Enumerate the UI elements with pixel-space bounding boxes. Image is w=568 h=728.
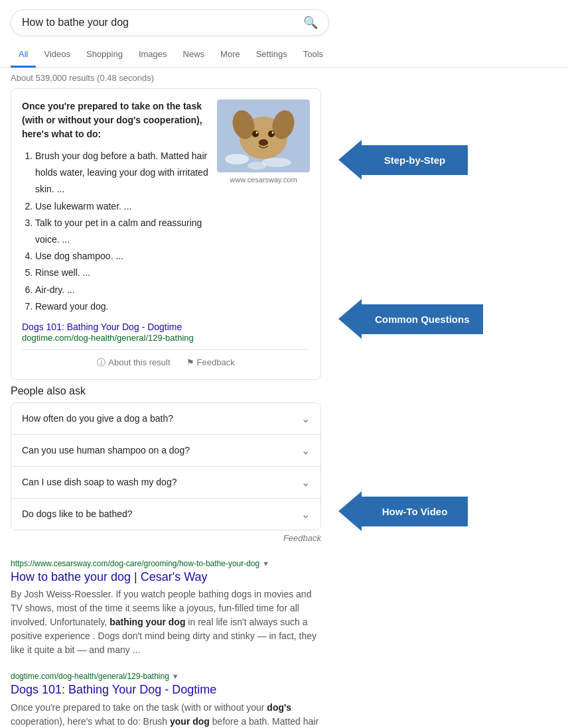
search-bar: 🔍 — [11, 9, 329, 36]
chevron-down-icon: ⌄ — [301, 444, 310, 457]
snippet-url: dogtime.com/dog-health/general/129-bathi… — [22, 333, 194, 343]
flag-icon: ⚑ — [186, 357, 194, 367]
annotations-column: Step-by-Step Common Questions How-To Vid… — [332, 88, 568, 728]
snippet-step-7: Reward your dog. — [35, 298, 209, 315]
paa-feedback[interactable]: Feedback — [11, 530, 321, 548]
snippet-step-4: Use dog shampoo. ... — [35, 248, 209, 265]
how-to-video-label: How-To Video — [362, 497, 468, 526]
nav-tabs: All Videos Shopping Images News More Set… — [0, 42, 568, 68]
result-url-1: dogtime.com/dog-health/general/129-bathi… — [11, 672, 169, 681]
snippet-footer: ⓘ About this result ⚑ Feedback — [22, 349, 310, 369]
paa-box: How often do you give a dog a bath? ⌄ Ca… — [11, 402, 321, 530]
paa-item-1[interactable]: Can you use human shampoo on a dog? ⌄ — [11, 435, 320, 467]
main-layout: Once you're prepared to take on the task… — [0, 88, 568, 728]
paa-item-2[interactable]: Can I use dish soap to wash my dog? ⌄ — [11, 467, 320, 499]
snippet-step-3: Talk to your pet in a calm and reassurin… — [35, 215, 209, 248]
paa-question-3: Do dogs like to be bathed? — [22, 509, 133, 519]
step-by-step-arrow: Step-by-Step — [338, 140, 561, 180]
about-result-label: About this result — [108, 357, 170, 367]
how-to-video-arrow-pointer — [338, 491, 362, 531]
svg-point-9 — [225, 154, 249, 164]
svg-point-5 — [268, 131, 275, 137]
common-questions-arrow: Common Questions — [338, 299, 561, 339]
result-desc-1: Once you're prepared to take on the task… — [11, 701, 321, 728]
info-icon: ⓘ — [97, 357, 106, 369]
result-url-0: https://www.cesarsway.com/dog-care/groom… — [11, 559, 259, 568]
result-url-line-0: https://www.cesarsway.com/dog-care/groom… — [11, 559, 321, 568]
snippet-content: Once you're prepared to take on the task… — [22, 99, 310, 315]
step-by-step-annotation: Step-by-Step — [338, 140, 561, 180]
paa-item-3[interactable]: Do dogs like to be bathed? ⌄ — [11, 499, 320, 530]
search-result-0: https://www.cesarsway.com/dog-care/groom… — [11, 559, 321, 657]
dog-image — [217, 99, 310, 172]
tab-settings[interactable]: Settings — [248, 42, 295, 68]
paa-question-1: Can you use human shampoo on a dog? — [22, 445, 190, 455]
snippet-step-5: Rinse well. ... — [35, 265, 209, 281]
chevron-down-icon: ⌄ — [301, 508, 310, 520]
tab-videos[interactable]: Videos — [36, 42, 78, 68]
result-title-1[interactable]: Dogs 101: Bathing Your Dog - Dogtime — [11, 682, 321, 698]
snippet-image-caption: www.cesarsway.com — [217, 176, 310, 184]
search-icon[interactable]: 🔍 — [303, 15, 318, 30]
dropdown-icon-0[interactable]: ▼ — [262, 560, 269, 568]
how-to-video-arrow: How-To Video — [338, 491, 561, 531]
tab-tools[interactable]: Tools — [295, 42, 331, 68]
snippet-text: Once you're prepared to take on the task… — [22, 99, 209, 315]
paa-item-0[interactable]: How often do you give a dog a bath? ⌄ — [11, 403, 320, 435]
tab-news[interactable]: News — [175, 42, 213, 68]
results-count: About 539,000 results (0.48 seconds) — [0, 68, 568, 88]
tab-images[interactable]: Images — [131, 42, 175, 68]
paa-question-2: Can I use dish soap to wash my dog? — [22, 477, 177, 487]
snippet-heading: Once you're prepared to take on the task… — [22, 99, 209, 141]
snippet-step-2: Use lukewarm water. ... — [35, 198, 209, 215]
svg-point-6 — [256, 132, 258, 134]
step-by-step-label: Step-by-Step — [362, 145, 468, 175]
svg-point-4 — [252, 131, 259, 137]
search-bar-container: 🔍 — [0, 0, 568, 36]
snippet-steps: Brush your dog before a bath. Matted hai… — [22, 148, 209, 315]
paa-question-0: How often do you give a dog a bath? — [22, 413, 173, 424]
step-by-step-arrow-pointer — [338, 140, 362, 180]
paa-title: People also ask — [11, 385, 321, 397]
dropdown-icon-1[interactable]: ▼ — [172, 672, 179, 680]
common-questions-annotation: Common Questions — [338, 299, 561, 339]
tab-more[interactable]: More — [212, 42, 248, 68]
common-questions-arrow-pointer — [338, 299, 362, 339]
svg-point-8 — [259, 139, 268, 146]
result-desc-0: By Josh Weiss-Roessler. If you watch peo… — [11, 587, 321, 657]
svg-point-11 — [248, 162, 266, 170]
feedback-button[interactable]: ⚑ Feedback — [186, 357, 235, 367]
tab-shopping[interactable]: Shopping — [78, 42, 131, 68]
search-input[interactable] — [22, 17, 303, 29]
svg-point-10 — [262, 158, 291, 167]
snippet-source-link[interactable]: Dogs 101: Bathing Your Dog - Dogtime — [22, 322, 310, 332]
people-also-ask: People also ask How often do you give a … — [11, 385, 321, 548]
snippet-step-1: Brush your dog before a bath. Matted hai… — [35, 148, 209, 198]
tab-all[interactable]: All — [11, 42, 36, 68]
common-questions-label: Common Questions — [362, 304, 483, 334]
featured-snippet: Once you're prepared to take on the task… — [11, 88, 321, 380]
result-url-line-1: dogtime.com/dog-health/general/129-bathi… — [11, 672, 321, 681]
how-to-video-annotation: How-To Video — [338, 491, 561, 531]
feedback-label: Feedback — [197, 357, 235, 367]
results-column: Once you're prepared to take on the task… — [0, 88, 332, 728]
svg-point-7 — [272, 132, 274, 134]
result-title-0[interactable]: How to bathe your dog | Cesar's Way — [11, 570, 321, 585]
search-result-1: dogtime.com/dog-health/general/129-bathi… — [11, 672, 321, 728]
about-result-button[interactable]: ⓘ About this result — [97, 357, 170, 369]
chevron-down-icon: ⌄ — [301, 412, 310, 425]
snippet-step-6: Air-dry. ... — [35, 282, 209, 298]
snippet-image-container: www.cesarsway.com — [217, 99, 310, 315]
chevron-down-icon: ⌄ — [301, 476, 310, 489]
